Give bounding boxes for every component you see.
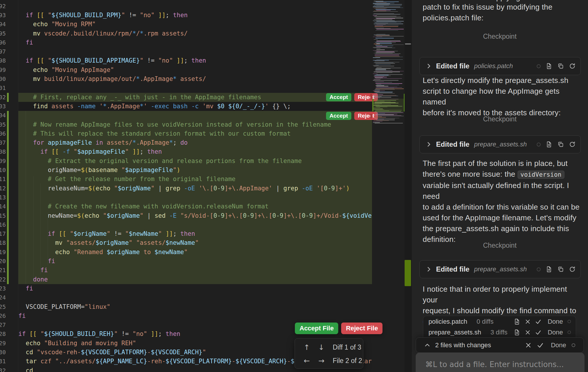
diff-navigator: ↑ ↓ Diff 1 of 3 ← → File 2 of 2 — [295, 338, 363, 369]
code-line: cd — [18, 366, 33, 372]
edited-file-card[interactable]: Edited filepolicies.patch — [419, 57, 581, 75]
gutter-change-bar — [7, 211, 9, 220]
copy-icon[interactable] — [557, 63, 564, 70]
next-file-arrow-icon[interactable]: → — [314, 357, 329, 365]
chat-input[interactable]: ⌘L to add a file. Enter instructions... — [416, 352, 585, 372]
line-number: 428 — [0, 330, 5, 339]
open-file-icon[interactable] — [546, 141, 552, 148]
reject-all-icon[interactable] — [525, 342, 532, 348]
status-circle-icon — [567, 320, 571, 323]
code-line: # Extract the original version and relea… — [18, 157, 302, 166]
line-number: 420 — [0, 257, 5, 266]
scrollbar-slider[interactable] — [405, 43, 411, 45]
accept-all-icon[interactable] — [537, 342, 544, 349]
diff-added-row-bg — [18, 266, 372, 275]
done-label: Done — [548, 329, 563, 336]
reject-file-icon[interactable] — [525, 319, 531, 325]
retry-icon[interactable] — [569, 63, 576, 70]
chevron-right-icon[interactable] — [426, 63, 432, 69]
copy-icon[interactable] — [557, 141, 564, 148]
reject-file-button[interactable]: Reject File — [341, 323, 382, 334]
line-number: 393 — [0, 11, 5, 20]
open-file-icon[interactable] — [513, 318, 520, 325]
copy-icon[interactable] — [557, 266, 564, 273]
accept-hunk-button[interactable]: Accept — [326, 93, 351, 101]
open-file-icon[interactable] — [546, 63, 552, 70]
code-line: # This will replace the standard version… — [18, 129, 291, 138]
code-line: # Create the new filename with voidVersi… — [18, 202, 269, 211]
reject-file-icon[interactable] — [525, 330, 531, 335]
gutter-change-bar — [7, 147, 9, 156]
code-line: mv vscode/.build/linux/rpm/*/*.rpm asset… — [18, 29, 188, 38]
status-circle-icon — [536, 64, 541, 68]
edited-file-card[interactable]: Edited fileprepare_assets.sh — [419, 260, 581, 278]
chat-input-placeholder: ⌘L to add a file. Enter instructions... — [425, 360, 564, 369]
next-diff-arrow-icon[interactable]: ↓ — [314, 343, 329, 352]
chevron-up-icon[interactable] — [424, 342, 431, 348]
checkpoint-label[interactable]: Checkpoint — [412, 115, 588, 123]
prev-file-arrow-icon[interactable]: ← — [300, 357, 314, 365]
code-line: if [[ "$origName" != "$newName" ]]; then — [18, 229, 195, 238]
checkpoint-label[interactable]: Checkpoint — [412, 33, 588, 40]
prev-diff-arrow-icon[interactable]: ↑ — [300, 343, 314, 352]
changed-file-row[interactable]: prepare_assets.sh3 diffsDone — [423, 327, 576, 338]
open-file-icon[interactable] — [513, 329, 520, 336]
code-editor[interactable]: 392393 if [[ "${SHOULD_BUILD_RPM}" != "n… — [0, 0, 372, 372]
diff-counter: Diff 1 of 3 — [333, 343, 361, 351]
diff-count: 0 diffs — [477, 318, 493, 325]
chevron-right-icon[interactable] — [426, 141, 432, 148]
changed-file-row[interactable]: policies.patch0 diffsDone — [423, 316, 576, 327]
line-number: 422 — [0, 275, 5, 284]
line-number: 426 — [0, 311, 5, 320]
line-number: 394 — [0, 20, 5, 29]
code-line: mv "assets/$origName" "assets/$newName" — [18, 238, 199, 247]
edited-file-card[interactable]: Edited fileprepare_assets.sh — [419, 135, 581, 153]
editor-scrollbar[interactable] — [405, 0, 411, 372]
edited-file-title: Edited file — [436, 62, 470, 70]
code-line: # First, replace any _-_ with just - in … — [18, 93, 261, 102]
gutter-change-bar — [7, 184, 9, 193]
code-line: if [[ "${SHOULD_BUILD_RPM}" != "no" ]]; … — [18, 11, 188, 20]
assistant-message: The first part of the solution is in pla… — [423, 158, 583, 245]
code-line: for appimageFile in assets/*.AppImage*; … — [18, 138, 188, 147]
minimap-added-marker — [372, 99, 373, 111]
line-number: 417 — [0, 229, 5, 238]
accept-file-icon[interactable] — [535, 329, 541, 336]
edited-file-title: Edited file — [436, 140, 470, 148]
status-circle-icon — [571, 343, 575, 347]
code-line: if [[ "${SHOULD_BUILD_REH}" != "no" ]]; … — [18, 330, 180, 339]
indent-guide — [40, 183, 41, 274]
code-line: releaseNum=$(echo "$origName" | grep -oE… — [18, 184, 350, 193]
gutter-change-bar — [7, 248, 9, 257]
edited-file-name: prepare_assets.sh — [474, 141, 527, 148]
chevron-right-icon[interactable] — [426, 266, 432, 272]
line-number: 397 — [0, 47, 5, 56]
assistant-message: patch to fix this issue by modifying the… — [423, 2, 583, 23]
gutter-change-bar — [7, 175, 9, 184]
accept-hunk-button[interactable]: Accept — [326, 112, 351, 120]
gutter-change-bar — [7, 257, 9, 266]
minimap[interactable] — [372, 0, 405, 372]
done-label: Done — [548, 318, 563, 325]
changed-files-list: policies.patch0 diffsDoneprepare_assets.… — [423, 316, 576, 338]
retry-icon[interactable] — [569, 266, 576, 273]
line-number: 409 — [0, 157, 5, 166]
line-number: 398 — [0, 56, 5, 65]
open-file-icon[interactable] — [546, 266, 552, 273]
retry-icon[interactable] — [569, 141, 576, 148]
code-line: # Now rename AppImage files to use voidV… — [18, 120, 331, 129]
line-number: 432 — [0, 366, 5, 372]
file-name: policies.patch — [428, 318, 467, 325]
gutter-change-bar — [7, 266, 9, 275]
gutter-change-bar — [7, 275, 9, 284]
line-number: 416 — [0, 220, 5, 229]
code-line: echo "Moving AppImage" — [18, 65, 114, 75]
indent-guide — [48, 212, 48, 265]
minimap-diff-tint — [372, 99, 405, 112]
line-number: 419 — [0, 248, 5, 257]
accept-file-icon[interactable] — [535, 318, 541, 325]
code-line: mv build/linux/appimage/out/*.AppImage* … — [18, 75, 206, 84]
accept-file-button[interactable]: Accept File — [295, 323, 338, 334]
code-line: fi — [18, 38, 33, 47]
checkpoint-label[interactable]: Checkpoint — [412, 242, 588, 249]
